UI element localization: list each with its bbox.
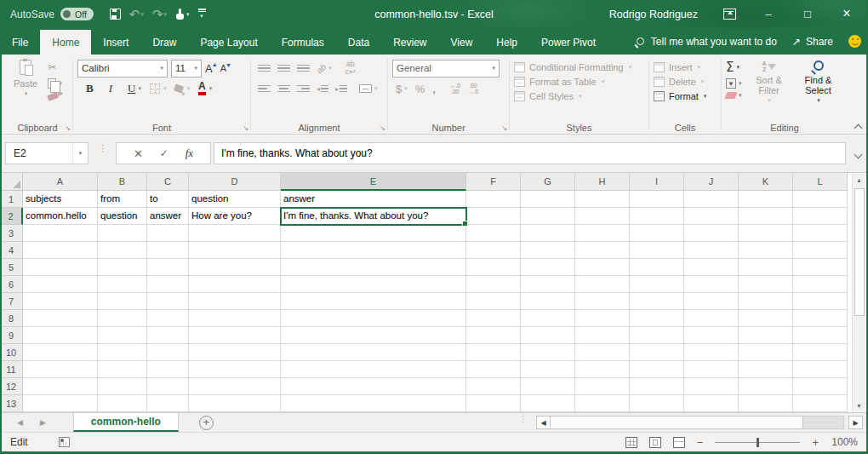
cell-K6[interactable]: [739, 276, 793, 293]
cell-F6[interactable]: [466, 276, 521, 293]
cell-H7[interactable]: [575, 293, 630, 310]
macro-record-icon[interactable]: [59, 437, 70, 447]
undo-dropdown-icon[interactable]: ▾: [140, 11, 144, 18]
cell-F2[interactable]: [466, 208, 521, 225]
autosum-button[interactable]: Σ▾: [726, 60, 742, 75]
cell-J3[interactable]: [684, 225, 739, 242]
cell-D8[interactable]: [189, 310, 281, 327]
column-header-A[interactable]: A: [23, 173, 98, 191]
scroll-right-icon[interactable]: ▶: [848, 416, 863, 429]
cell-J12[interactable]: [684, 378, 739, 395]
cell-B11[interactable]: [98, 361, 147, 378]
cell-K7[interactable]: [739, 293, 793, 310]
cell-I12[interactable]: [630, 378, 684, 395]
cell-K12[interactable]: [739, 378, 793, 395]
grow-font-button[interactable]: A▲: [205, 62, 217, 75]
cell-H12[interactable]: [575, 378, 630, 395]
cell-I13[interactable]: [630, 395, 684, 412]
cell-H11[interactable]: [575, 361, 630, 378]
horizontal-scrollbar[interactable]: ◀: [536, 416, 844, 429]
cell-K5[interactable]: [739, 259, 793, 276]
cell-F7[interactable]: [466, 293, 521, 310]
cell-A2[interactable]: common.hello: [23, 208, 98, 225]
cell-C5[interactable]: [147, 259, 189, 276]
cell-D2[interactable]: How are you?: [189, 208, 281, 225]
clipboard-dialog-launcher[interactable]: ↘: [65, 124, 71, 132]
cell-D13[interactable]: [189, 395, 281, 412]
tab-formulas[interactable]: Formulas: [270, 30, 336, 55]
row-header-6[interactable]: 6: [0, 276, 23, 293]
cell-J10[interactable]: [684, 344, 739, 361]
cell-I2[interactable]: [630, 208, 684, 225]
normal-view-button[interactable]: [625, 437, 637, 448]
cell-F1[interactable]: [466, 191, 521, 208]
cell-D10[interactable]: [189, 344, 281, 361]
find-select-button[interactable]: Find & Select ▾: [797, 59, 841, 107]
cell-E13[interactable]: [281, 395, 466, 412]
zoom-out-button[interactable]: −: [697, 436, 704, 449]
cell-D9[interactable]: [189, 327, 281, 344]
increase-decimal-button[interactable]: ←.0 .00: [450, 83, 460, 95]
fill-button[interactable]: ▼▾: [726, 78, 742, 89]
cell-F11[interactable]: [466, 361, 521, 378]
row-header-2[interactable]: 2: [0, 208, 23, 225]
font-color-button[interactable]: A▾: [198, 82, 212, 95]
name-box-dropdown-icon[interactable]: ▾: [72, 143, 88, 164]
clear-button[interactable]: ▾: [726, 92, 742, 99]
format-painter-button[interactable]: [47, 92, 59, 101]
cell-D11[interactable]: [189, 361, 281, 378]
cell-B10[interactable]: [98, 344, 147, 361]
cell-B7[interactable]: [98, 293, 147, 310]
decrease-indent-button[interactable]: ◂: [317, 85, 328, 93]
paste-button[interactable]: Paste ▾: [10, 58, 41, 101]
sheet-tab-common-hello[interactable]: common-hello: [73, 413, 179, 432]
cell-C10[interactable]: [147, 344, 189, 361]
minimize-button[interactable]: –: [749, 0, 788, 27]
horizontal-scrollbar-thumb[interactable]: [551, 416, 803, 429]
tab-view[interactable]: View: [439, 30, 485, 55]
borders-button[interactable]: ▾: [150, 83, 167, 94]
cell-H5[interactable]: [575, 259, 630, 276]
accounting-format-button[interactable]: $▾: [396, 83, 408, 95]
cell-F8[interactable]: [466, 310, 521, 327]
cell-F5[interactable]: [466, 259, 521, 276]
insert-function-button[interactable]: fx: [186, 147, 193, 160]
column-header-F[interactable]: F: [466, 173, 521, 191]
zoom-level[interactable]: 100%: [831, 436, 858, 448]
conditional-formatting-button[interactable]: Conditional Formatting▾: [514, 60, 644, 74]
cell-A5[interactable]: [23, 259, 98, 276]
select-all-corner[interactable]: [0, 173, 23, 191]
copy-button[interactable]: ▾: [48, 78, 62, 89]
cell-G13[interactable]: [521, 395, 575, 412]
vertical-scrollbar-thumb[interactable]: [854, 188, 865, 316]
cell-E5[interactable]: [281, 259, 466, 276]
cell-A6[interactable]: [23, 276, 98, 293]
cell-J1[interactable]: [684, 191, 739, 208]
cell-J13[interactable]: [684, 395, 739, 412]
cell-A13[interactable]: [23, 395, 98, 412]
cell-K8[interactable]: [739, 310, 793, 327]
cell-E4[interactable]: [281, 242, 466, 259]
percent-style-button[interactable]: %: [415, 83, 425, 95]
cell-J6[interactable]: [684, 276, 739, 293]
cell-J4[interactable]: [684, 242, 739, 259]
cell-K13[interactable]: [739, 395, 793, 412]
cell-L5[interactable]: [793, 259, 848, 276]
cell-I10[interactable]: [630, 344, 684, 361]
row-header-4[interactable]: 4: [0, 242, 23, 259]
cell-B1[interactable]: from: [98, 191, 147, 208]
redo-button[interactable]: ↷▾: [150, 4, 169, 25]
cell-H2[interactable]: [575, 208, 630, 225]
cell-K10[interactable]: [739, 344, 793, 361]
cell-C8[interactable]: [147, 310, 189, 327]
column-header-G[interactable]: G: [521, 173, 575, 191]
cell-J9[interactable]: [684, 327, 739, 344]
cell-G8[interactable]: [521, 310, 575, 327]
cell-G4[interactable]: [521, 242, 575, 259]
top-align-button[interactable]: [258, 65, 271, 72]
cell-E6[interactable]: [281, 276, 466, 293]
cell-K2[interactable]: [739, 208, 793, 225]
cell-F10[interactable]: [466, 344, 521, 361]
align-right-button[interactable]: [297, 85, 310, 93]
italic-button[interactable]: I: [106, 82, 116, 95]
